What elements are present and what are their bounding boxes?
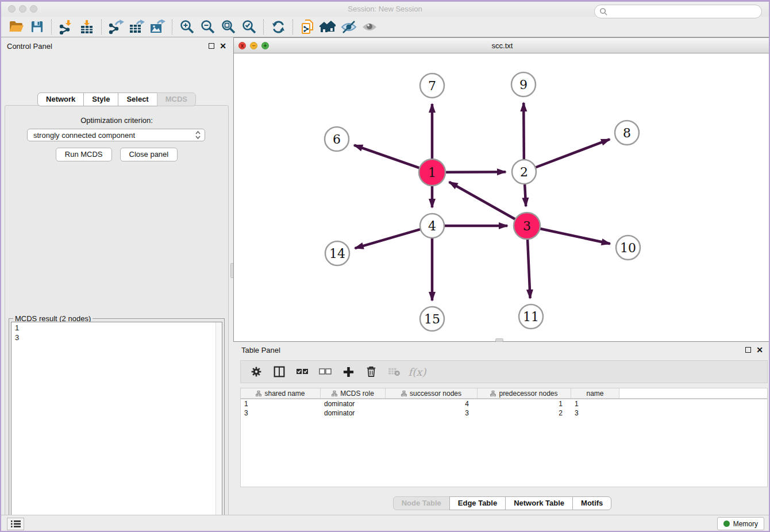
zoom-selected-icon[interactable]: [238, 18, 259, 36]
graph-node-label: 1: [428, 165, 436, 180]
memory-button-label: Memory: [733, 520, 758, 528]
memory-button[interactable]: Memory: [717, 517, 764, 530]
save-session-icon[interactable]: [26, 18, 47, 36]
delete-columns-icon[interactable]: [364, 364, 379, 379]
zoom-fit-icon[interactable]: [218, 18, 238, 36]
tab-edge-table[interactable]: Edge Table: [449, 496, 506, 510]
search-input[interactable]: [608, 7, 761, 16]
graph-node-label: 8: [623, 126, 631, 140]
edge-3-11[interactable]: [528, 238, 530, 298]
column-type-icon: [401, 391, 407, 396]
toolbar-separator: [101, 20, 102, 34]
table-cell[interactable]: 1: [478, 399, 571, 408]
graph-node-label: 9: [519, 78, 528, 92]
close-panel-button[interactable]: Close panel: [120, 148, 178, 161]
function-builder-icon[interactable]: f(x): [410, 364, 425, 379]
table-panel-tabs: Node TableEdge TableNetwork TableMotifs: [233, 496, 770, 510]
graph-node-label: 15: [424, 312, 440, 326]
column-header-predecessor-nodes[interactable]: predecessor nodes: [478, 388, 571, 398]
run-mcds-button[interactable]: Run MCDS: [56, 148, 112, 161]
close-table-panel-icon[interactable]: ✕: [756, 347, 763, 353]
zoom-in-icon[interactable]: [176, 18, 197, 36]
graph-node-label: 3: [523, 219, 531, 233]
table-cell[interactable]: 1: [571, 399, 619, 408]
column-header-label: MCDS role: [340, 390, 374, 398]
float-panel-icon[interactable]: [209, 43, 214, 49]
add-column-icon[interactable]: [341, 364, 356, 379]
status-bar: Memory: [1, 515, 769, 532]
table-cell[interactable]: 4: [386, 399, 478, 408]
edge-1-2[interactable]: [444, 172, 506, 172]
column-header-shared-name[interactable]: shared name: [241, 388, 321, 398]
network-view-titlebar[interactable]: x – + scc.txt: [234, 38, 770, 53]
column-type-icon: [490, 391, 496, 396]
export-image-icon[interactable]: [147, 18, 168, 36]
criterion-select[interactable]: strongly connected component: [27, 129, 205, 141]
column-header-successor-nodes[interactable]: successor nodes: [386, 388, 478, 398]
task-history-button[interactable]: [7, 518, 24, 530]
edge-2-3[interactable]: [525, 183, 526, 206]
tab-node-table[interactable]: Node Table: [393, 496, 450, 510]
edge-4-14[interactable]: [355, 229, 422, 248]
network-canvas[interactable]: 7968124314101511: [234, 53, 770, 341]
table-cell[interactable]: 3: [241, 408, 321, 418]
control-panel-title: Control Panel: [7, 42, 209, 51]
table-settings-icon[interactable]: [249, 364, 264, 379]
delete-table-icon[interactable]: [387, 364, 402, 379]
table-cell[interactable]: 2: [478, 408, 571, 418]
graph-node-label: 2: [520, 165, 528, 179]
result-scrollbar[interactable]: [215, 322, 222, 532]
select-all-rows-icon[interactable]: [295, 364, 310, 379]
edge-3-10[interactable]: [539, 228, 610, 244]
edge-2-9[interactable]: [523, 103, 524, 161]
control-panel-tabs: NetworkStyleSelectMCDS: [1, 92, 232, 106]
column-header-name[interactable]: name: [571, 388, 619, 398]
column-header-label: predecessor nodes: [499, 390, 557, 398]
hide-selected-icon[interactable]: [338, 18, 359, 36]
result-line: 3: [15, 333, 222, 342]
table-cell[interactable]: dominator: [321, 399, 386, 408]
tab-mcds[interactable]: MCDS: [157, 92, 196, 106]
tab-style[interactable]: Style: [83, 92, 118, 106]
table-row[interactable]: 1dominator411: [241, 399, 767, 408]
control-panel-header: Control Panel ✕: [1, 37, 232, 55]
tab-motifs[interactable]: Motifs: [572, 496, 611, 510]
zoom-out-icon[interactable]: [197, 18, 218, 36]
cytoscape-window: { "window": { "title": "Session: New Ses…: [0, 0, 770, 532]
memory-status-icon: [723, 521, 730, 527]
mcds-tab-content: Optimization criterion: strongly connect…: [5, 105, 229, 532]
tab-select[interactable]: Select: [118, 92, 157, 106]
table-toolbar: f(x): [240, 360, 768, 383]
fx-label: f(x): [409, 366, 426, 378]
deselect-all-rows-icon[interactable]: [318, 364, 333, 379]
export-table-icon[interactable]: [126, 18, 147, 36]
close-panel-icon[interactable]: ✕: [220, 43, 226, 49]
node-table[interactable]: shared nameMCDS rolesuccessor nodesprede…: [240, 388, 768, 487]
table-cell[interactable]: dominator: [321, 408, 386, 418]
table-cell[interactable]: 3: [571, 408, 619, 418]
edge-1-6[interactable]: [354, 145, 421, 169]
open-session-icon[interactable]: [6, 18, 26, 36]
edge-2-8[interactable]: [534, 139, 610, 168]
search-field[interactable]: [594, 5, 762, 18]
tab-network-table[interactable]: Network Table: [505, 496, 573, 510]
mcds-result-text[interactable]: 13: [11, 322, 222, 532]
float-table-panel-icon[interactable]: [745, 347, 751, 353]
refresh-layout-icon[interactable]: [268, 18, 288, 36]
show-columns-icon[interactable]: [272, 364, 287, 379]
new-network-from-selection-icon[interactable]: [297, 18, 318, 36]
first-neighbors-icon[interactable]: [318, 18, 338, 36]
toolbar-separator: [51, 20, 52, 34]
show-all-icon[interactable]: [359, 18, 380, 36]
table-cell[interactable]: 1: [241, 399, 321, 408]
network-graph: 7968124314101511: [234, 53, 770, 341]
graph-node-label: 7: [428, 79, 436, 93]
import-network-icon[interactable]: [56, 18, 76, 36]
import-table-icon[interactable]: [76, 18, 97, 36]
edge-3-1[interactable]: [449, 182, 517, 220]
tab-network[interactable]: Network: [37, 92, 84, 106]
table-row[interactable]: 3dominator323: [241, 408, 767, 418]
column-header-mcds-role[interactable]: MCDS role: [321, 388, 386, 398]
table-cell[interactable]: 3: [386, 408, 478, 418]
export-network-icon[interactable]: [106, 18, 126, 36]
